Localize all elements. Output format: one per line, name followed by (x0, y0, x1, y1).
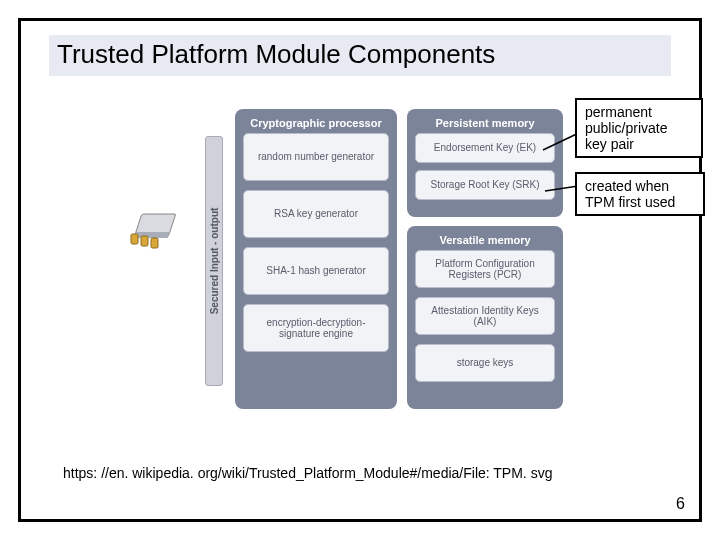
page-number: 6 (676, 495, 685, 513)
slide-frame: Trusted Platform Module Components Secur… (18, 18, 702, 522)
chip-icon (127, 204, 191, 252)
svg-rect-1 (134, 232, 170, 238)
svg-rect-3 (141, 236, 148, 246)
callout-1-text: permanent public/private key pair (585, 104, 668, 152)
enc-dec-sig-cell: encryption-decryption- signature engine (243, 304, 389, 352)
crypto-processor-column: Cryptographic processor random number ge… (235, 109, 397, 409)
svg-rect-4 (151, 238, 158, 248)
io-bus-label: Secured Input - output (205, 136, 223, 386)
callout-2-text: created when TPM first used (585, 178, 675, 210)
versatile-memory-column: Versatile memory Platform Configuration … (407, 226, 563, 409)
callout-permanent-keypair: permanent public/private key pair (575, 98, 703, 158)
rsa-keygen-cell: RSA key generator (243, 190, 389, 238)
rng-cell: random number generator (243, 133, 389, 181)
slide-title: Trusted Platform Module Components (57, 39, 663, 70)
crypto-title: Cryptographic processor (241, 115, 391, 133)
persist-title: Persistent memory (413, 115, 557, 133)
ek-cell: Endorsement Key (EK) (415, 133, 555, 163)
versatile-title: Versatile memory (413, 232, 557, 250)
callout-created-first-use: created when TPM first used (575, 172, 705, 216)
tpm-diagram: Secured Input - output Cryptographic pro… (49, 106, 671, 426)
sha1-cell: SHA-1 hash generator (243, 247, 389, 295)
srk-cell: Storage Root Key (SRK) (415, 170, 555, 200)
storage-keys-cell: storage keys (415, 344, 555, 382)
citation-url: https: //en. wikipedia. org/wiki/Trusted… (63, 465, 552, 481)
aik-cell: Attestation Identity Keys (AIK) (415, 297, 555, 335)
svg-rect-2 (131, 234, 138, 244)
io-bus-text: Secured Input - output (209, 208, 220, 315)
pcr-cell: Platform Configuration Registers (PCR) (415, 250, 555, 288)
title-banner: Trusted Platform Module Components (49, 35, 671, 76)
